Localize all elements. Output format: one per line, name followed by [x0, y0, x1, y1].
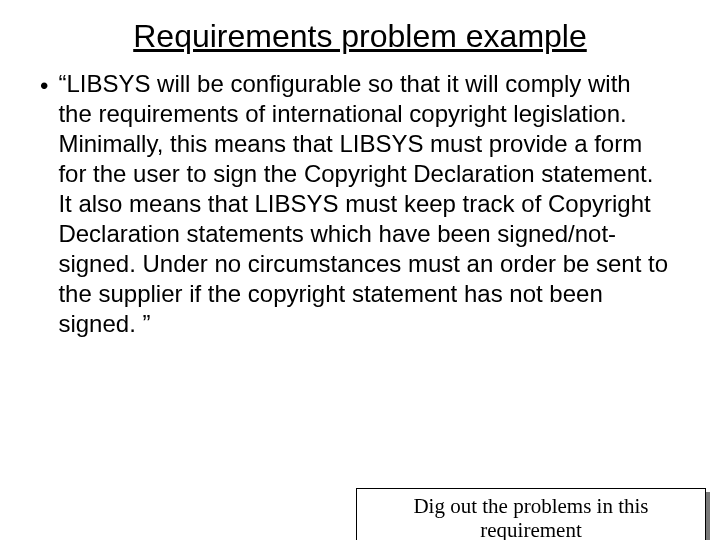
- bullet-row: • “LIBSYS will be configurable so that i…: [0, 69, 720, 339]
- slide-title: Requirements problem example: [40, 18, 680, 55]
- bullet-glyph: •: [40, 71, 48, 101]
- callout-box: Dig out the problems in this requirement: [356, 488, 706, 540]
- callout-text: Dig out the problems in this requirement: [367, 494, 695, 540]
- body-text: “LIBSYS will be configurable so that it …: [58, 69, 668, 339]
- slide: Requirements problem example • “LIBSYS w…: [0, 18, 720, 540]
